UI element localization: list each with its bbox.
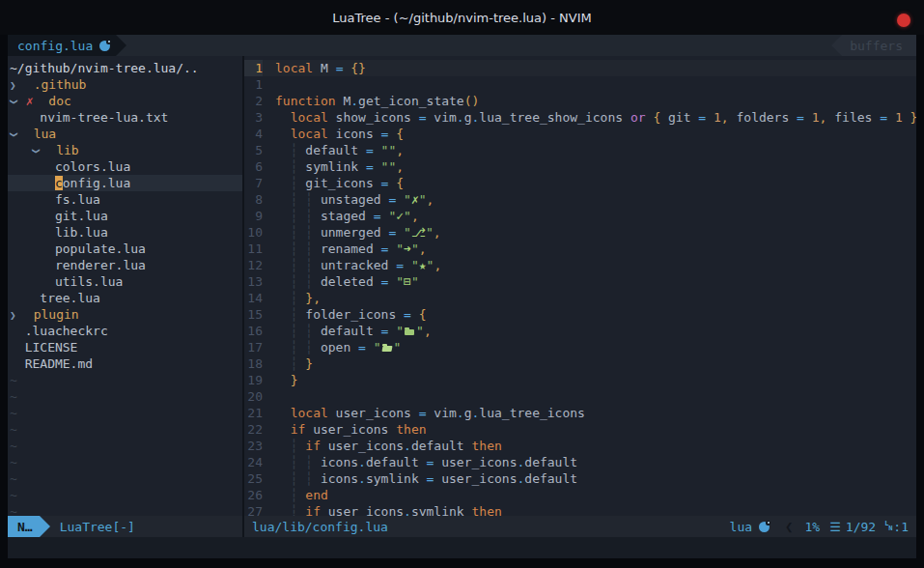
token-pl [275, 307, 291, 322]
token-sp [10, 159, 55, 174]
tree-item[interactable]: colors.lua [8, 158, 242, 175]
token-sp [10, 274, 55, 289]
tree-item[interactable]: ❯ lua [8, 126, 242, 142]
tree-item[interactable]: nvim-tree-lua.txt [8, 109, 242, 126]
indent-guide: ┆ [305, 471, 321, 486]
token-pn: , [721, 110, 729, 125]
line-number: 24 [244, 454, 263, 470]
code-line-text: ┆ ┆ staged = "✓", [275, 208, 419, 224]
token-dir: lib [56, 143, 78, 157]
token-pl: M [313, 61, 335, 75]
code-line[interactable]: 15 ┆ folder_icons = { [244, 306, 916, 323]
chevron-right-icon: ❯ [10, 77, 18, 94]
code-line-text: ┆ end [275, 487, 328, 503]
code-line[interactable]: 5 ┆ default = "", [244, 142, 916, 158]
tree-item[interactable]: tree.lua [8, 290, 242, 306]
code-line[interactable]: 20 [244, 388, 916, 405]
token-pn: , [411, 209, 419, 223]
line-number: 22 [244, 421, 263, 438]
tree-item[interactable]: renderer.lua [8, 257, 242, 273]
tab-config-lua[interactable]: config.lua [8, 35, 116, 56]
git-status-glyph-icon: ✓ [396, 209, 404, 223]
code-line[interactable]: 4 local icons = { [244, 126, 916, 142]
code-line[interactable]: 10 ┆ ┆ unmerged = "⎇", [244, 224, 916, 241]
indent-guide: ┆ [305, 340, 321, 355]
code-line[interactable]: 14 ┆ }, [244, 290, 916, 306]
token-tilde: ~ [10, 389, 17, 404]
code-line[interactable]: 25 ┆ ┆ icons.symlink = user_icons.defaul… [244, 470, 916, 487]
token-op: = [358, 340, 366, 355]
token-tilde: ~ [10, 471, 17, 486]
indent-guide: ┆ [305, 274, 321, 289]
code-line[interactable]: 16 ┆ ┆ default = "", [244, 323, 916, 339]
tree-item[interactable]: ❯ plugin [8, 306, 242, 323]
code-line[interactable]: 6 ┆ symlink = "", [244, 158, 916, 175]
token-pl: files [826, 110, 880, 125]
indent-guide: ┆ [305, 192, 321, 207]
token-kw: local [291, 127, 328, 141]
close-button[interactable] [897, 14, 910, 27]
tree-item[interactable]: LICENSE [8, 339, 242, 355]
tree-item[interactable]: ❯ lib [8, 142, 242, 158]
token-pl [275, 422, 291, 437]
code-line[interactable]: 19 } [244, 372, 916, 388]
code-line-text: local user_icons = vim.g.lua_tree_icons [275, 405, 585, 421]
code-line-text: ┆ folder_icons = { [275, 306, 427, 323]
tree-root-path[interactable]: ~/github/nvim-tree.lua/.. [8, 60, 242, 76]
tree-item[interactable]: lib.lua [8, 224, 242, 241]
code-line[interactable]: 13 ┆ ┆ deleted = "⊟" [244, 273, 916, 290]
statusline-file-path: lua/lib/config.lua [252, 520, 388, 534]
tree-item[interactable]: config.lua [8, 175, 242, 191]
buffers-segment[interactable]: buffers [842, 35, 916, 56]
token-op: . [404, 504, 411, 516]
token-sp [10, 241, 55, 256]
folder-open-icon [381, 342, 394, 354]
code-line[interactable]: 12 ┆ ┆ untracked = "★", [244, 257, 916, 273]
token-tilde: ~ [10, 406, 17, 420]
tree-item[interactable]: populate.lua [8, 241, 242, 257]
token-kw: if [291, 422, 306, 437]
git-status-glyph-icon: ⊟ [404, 274, 411, 289]
code-line[interactable]: 26 ┆ end [244, 487, 916, 503]
cursor-block: c [55, 176, 63, 190]
code-line[interactable]: 18 ┆ } [244, 355, 916, 372]
indent-guide: ┆ [291, 291, 306, 305]
token-tilde: ~ [10, 455, 17, 469]
code-line[interactable]: 24 ┆ ┆ icons.default = user_icons.defaul… [244, 454, 916, 470]
code-line[interactable]: 11 ┆ ┆ renamed = "➜", [244, 241, 916, 257]
tree-item[interactable]: fs.lua [8, 191, 242, 208]
token-kw: local [291, 406, 328, 420]
empty-line-tilde: ~ [8, 405, 242, 421]
tree-item[interactable]: ❯ ✗ doc [8, 93, 242, 109]
tree-item[interactable]: .luacheckrc [8, 323, 242, 339]
code-line[interactable]: 7 ┆ git_icons = { [244, 175, 916, 191]
command-line[interactable] [8, 537, 916, 558]
code-line[interactable]: 27 ┆ if user_icons.symlink then [244, 503, 916, 516]
token-pl: symlink [305, 159, 366, 174]
code-line[interactable]: 1local M = {} [244, 60, 916, 76]
token-st: " [411, 274, 419, 289]
tree-item[interactable]: README.md [8, 355, 242, 372]
token-pl: vim [427, 406, 457, 420]
token-st: " [426, 225, 434, 240]
code-line[interactable]: 3 local show_icons = vim.g.lua_tree_show… [244, 109, 916, 126]
code-line[interactable]: 22 if user_icons then [244, 421, 916, 438]
code-line[interactable]: 8 ┆ ┆ unstaged = "✗", [244, 191, 916, 208]
git-status-glyph-icon: ➜ [404, 241, 411, 256]
code-line[interactable]: 1 [244, 76, 916, 93]
code-line[interactable]: 9 ┆ ┆ staged = "✓", [244, 208, 916, 224]
tree-item[interactable]: utils.lua [8, 273, 242, 290]
token-pl [706, 110, 714, 125]
indent-guide: ┆ [291, 258, 306, 272]
token-pl [275, 373, 291, 387]
code-line[interactable]: 17 ┆ ┆ open = "" [244, 339, 916, 355]
code-line[interactable]: 23 ┆ if user_icons.default then [244, 438, 916, 454]
code-line[interactable]: 21 local user_icons = vim.g.lua_tree_ico… [244, 405, 916, 421]
tree-item[interactable]: ❯ .github [8, 76, 242, 93]
git-status-glyph-icon: ✗ [411, 192, 419, 207]
token-pl [275, 127, 291, 141]
code-line-text: ┆ }, [275, 290, 321, 306]
tree-item[interactable]: git.lua [8, 208, 242, 224]
indent-guide: ┆ [291, 307, 306, 322]
code-line[interactable]: 2function M.get_icon_state() [244, 93, 916, 109]
